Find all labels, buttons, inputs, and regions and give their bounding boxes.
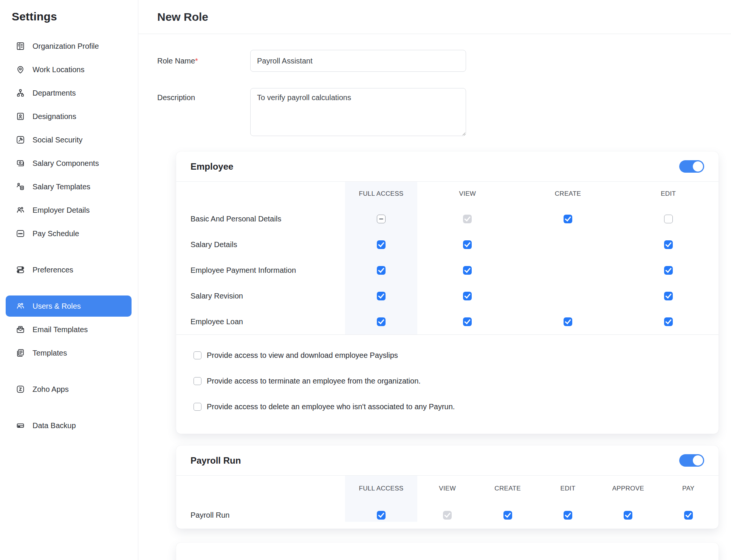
- form-gap: [157, 72, 731, 88]
- sidebar-item-social-security[interactable]: Social Security: [0, 128, 138, 152]
- permission-checkbox[interactable]: [624, 511, 632, 520]
- sidebar-item-preferences[interactable]: Preferences: [0, 258, 138, 282]
- preferences-icon: [15, 265, 25, 275]
- sidebar-item-pay-schedule[interactable]: Pay Schedule: [0, 222, 138, 245]
- option-checkbox[interactable]: [194, 403, 201, 411]
- sidebar-item-salary-components[interactable]: Salary Components: [0, 152, 138, 175]
- description-textarea[interactable]: To verify payroll calculations: [250, 88, 466, 136]
- permission-checkbox[interactable]: [463, 317, 472, 326]
- permission-cell-view: [417, 317, 518, 326]
- employer-details-icon: [15, 205, 25, 215]
- permission-checkbox: [463, 215, 472, 223]
- option-label: Provide access to terminate an employee …: [207, 377, 421, 385]
- extra-option-row: Provide access to view and download empl…: [194, 342, 704, 368]
- permission-checkbox[interactable]: [463, 240, 472, 249]
- permission-checkbox[interactable]: [377, 266, 386, 275]
- sidebar-item-label: Data Backup: [33, 421, 76, 430]
- option-checkbox[interactable]: [194, 377, 201, 385]
- column-header-create: CREATE: [477, 485, 537, 492]
- permission-cell-edit: [618, 266, 719, 275]
- sidebar-item-work-locations[interactable]: Work Locations: [0, 58, 138, 81]
- permission-row-label: Salary Revision: [176, 292, 345, 300]
- permission-checkbox[interactable]: [463, 266, 472, 275]
- next-section-card-partial: [176, 543, 719, 560]
- sidebar-item-label: Employer Details: [33, 206, 90, 215]
- sidebar-item-organization-profile[interactable]: Organization Profile: [0, 34, 138, 58]
- permissions-table: FULL ACCESSVIEWCREATEEDITBasic And Perso…: [176, 182, 719, 335]
- column-header-view: VIEW: [417, 190, 518, 198]
- permission-cell-full-access: [345, 317, 417, 326]
- permission-checkbox[interactable]: [463, 292, 472, 300]
- sidebar-item-label: Organization Profile: [33, 42, 99, 51]
- sidebar-item-label: Departments: [33, 89, 76, 97]
- sidebar-item-zoho-apps[interactable]: Zoho Apps: [0, 377, 138, 401]
- permission-row-payroll-run: Payroll Run: [176, 501, 719, 529]
- section-toggle[interactable]: [679, 160, 704, 173]
- sidebar-item-label: Email Templates: [33, 325, 88, 334]
- option-label: Provide access to delete an employee who…: [207, 402, 455, 411]
- sidebar-item-salary-templates[interactable]: Salary Templates: [0, 175, 138, 198]
- social-security-icon: [15, 135, 25, 145]
- permission-checkbox[interactable]: [377, 511, 386, 520]
- sidebar-item-designations[interactable]: Designations: [0, 105, 138, 128]
- organization-profile-icon: [15, 41, 25, 51]
- permission-cell-view: [417, 292, 518, 300]
- employee-permissions-card: EmployeeFULL ACCESSVIEWCREATEEDITBasic A…: [176, 152, 719, 434]
- permission-checkbox[interactable]: [664, 292, 673, 300]
- nav-spacer: [0, 245, 138, 258]
- permission-checkbox[interactable]: [564, 317, 572, 326]
- permission-checkbox[interactable]: [503, 511, 512, 520]
- permission-row-label: Employee Payment Information: [176, 266, 345, 275]
- permission-row-salary-revision: Salary Revision: [176, 283, 719, 309]
- permission-cell-edit: [618, 240, 719, 249]
- sidebar-item-users-roles[interactable]: Users & Roles: [6, 295, 132, 317]
- nav-spacer: [0, 365, 138, 377]
- option-checkbox[interactable]: [194, 351, 201, 359]
- sidebar-item-templates[interactable]: Templates: [0, 341, 138, 365]
- main-content: New Role Role Name* Description To verif…: [138, 0, 731, 560]
- zoho-apps-icon: [15, 384, 25, 394]
- sidebar-item-data-backup[interactable]: Data Backup: [0, 414, 138, 437]
- sidebar-item-email-templates[interactable]: Email Templates: [0, 318, 138, 341]
- permission-cell-edit: [618, 215, 719, 223]
- sidebar-item-employer-details[interactable]: Employer Details: [0, 198, 138, 222]
- permissions-table-header: FULL ACCESSVIEWCREATEEDIT: [176, 182, 719, 206]
- permission-checkbox[interactable]: [664, 240, 673, 249]
- permission-row-basic-and-personal-details: Basic And Personal Details: [176, 206, 719, 232]
- role-name-input[interactable]: [250, 50, 466, 72]
- section-title: Employee: [190, 161, 233, 172]
- section-toggle[interactable]: [679, 454, 704, 467]
- permission-row-label: Salary Details: [176, 240, 345, 249]
- column-header-full-access: FULL ACCESS: [345, 485, 417, 492]
- designations-icon: [15, 111, 25, 121]
- sidebar-item-label: Templates: [33, 349, 67, 357]
- permission-cell-create: [518, 215, 618, 223]
- role-name-row: Role Name*: [157, 50, 731, 72]
- column-header-create: CREATE: [518, 190, 618, 198]
- permission-checkbox[interactable]: [664, 266, 673, 275]
- section-title: Payroll Run: [190, 455, 241, 466]
- permission-row-salary-details: Salary Details: [176, 232, 719, 257]
- work-locations-icon: [15, 65, 25, 74]
- permission-checkbox[interactable]: [377, 292, 386, 300]
- permission-checkbox[interactable]: [564, 511, 572, 520]
- sidebar-item-label: Zoho Apps: [33, 385, 69, 394]
- permission-checkbox[interactable]: [664, 215, 673, 223]
- permission-checkbox[interactable]: [377, 215, 386, 223]
- permission-checkbox[interactable]: [377, 317, 386, 326]
- sidebar-item-departments[interactable]: Departments: [0, 81, 138, 105]
- permission-row-employee-loan: Employee Loan: [176, 309, 719, 334]
- extra-options: Provide access to view and download empl…: [176, 335, 719, 434]
- main-header: New Role: [138, 0, 731, 34]
- permission-cell-approve: [598, 511, 658, 520]
- permission-cell-view: [417, 266, 518, 275]
- permission-checkbox[interactable]: [377, 240, 386, 249]
- permission-cell-view: [417, 511, 477, 520]
- role-name-label: Role Name*: [157, 57, 250, 65]
- permission-cell-pay: [658, 511, 719, 520]
- permission-checkbox[interactable]: [664, 317, 673, 326]
- required-asterisk: *: [195, 57, 198, 65]
- permission-checkbox[interactable]: [564, 215, 572, 223]
- permission-checkbox[interactable]: [684, 511, 693, 520]
- permission-row-label: Payroll Run: [176, 511, 345, 520]
